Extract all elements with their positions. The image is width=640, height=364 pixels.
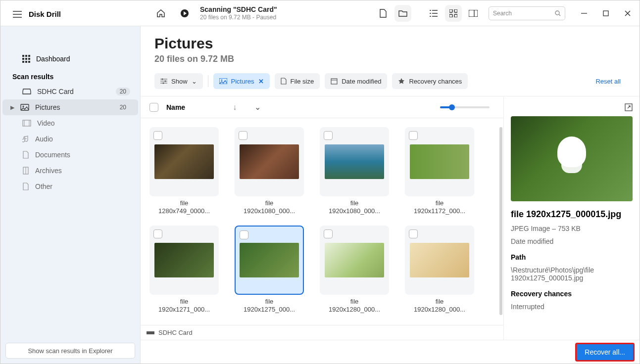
svg-rect-11 bbox=[22, 55, 24, 57]
svg-rect-5 bbox=[469, 10, 478, 17]
thumb-card[interactable]: file1920x1280_000... bbox=[320, 226, 389, 314]
sidebar-item-label: Pictures bbox=[35, 103, 60, 111]
chevron-down-icon[interactable]: ⌄ bbox=[254, 102, 261, 112]
thumb-checkbox[interactable] bbox=[324, 229, 333, 238]
sidebar-item-pictures[interactable]: ▶ Pictures 20 bbox=[2, 99, 138, 115]
thumb-card[interactable]: file1920x1280_000... bbox=[405, 226, 474, 314]
thumb-label: file1920x1080_000... bbox=[244, 199, 295, 216]
thumb-label: file1920x1280_000... bbox=[329, 298, 380, 314]
thumb-checkbox[interactable] bbox=[409, 131, 418, 140]
thumb-box[interactable] bbox=[149, 127, 219, 196]
thumb-card[interactable]: file1920x1080_000... bbox=[320, 127, 389, 216]
scan-info: Scanning "SDHC Card" 20 files on 9.72 MB… bbox=[200, 5, 277, 21]
sidebar-item-label: Video bbox=[37, 119, 55, 127]
thumb-checkbox[interactable] bbox=[153, 131, 162, 140]
svg-rect-15 bbox=[25, 58, 27, 60]
list-view-icon[interactable] bbox=[425, 5, 442, 22]
panel-icon[interactable] bbox=[465, 5, 482, 22]
thumb-box[interactable] bbox=[405, 127, 474, 196]
thumb-box[interactable] bbox=[320, 127, 389, 196]
thumb-image bbox=[325, 243, 384, 277]
svg-rect-32 bbox=[331, 79, 337, 84]
thumb-card[interactable]: file1280x749_0000... bbox=[149, 127, 219, 216]
folder-icon[interactable] bbox=[394, 5, 411, 22]
show-filter[interactable]: Show ⌄ bbox=[154, 73, 203, 89]
sliders-icon bbox=[160, 78, 167, 84]
file-icon[interactable] bbox=[375, 5, 392, 22]
maximize-icon[interactable] bbox=[600, 7, 612, 19]
svg-rect-4 bbox=[454, 14, 457, 17]
sidebar-dashboard[interactable]: Dashboard bbox=[0, 51, 140, 67]
svg-point-29 bbox=[163, 83, 164, 84]
sidebar-item-sdhc[interactable]: SDHC Card 20 bbox=[2, 84, 138, 99]
select-all-checkbox[interactable] bbox=[149, 103, 158, 112]
chevron-down-icon: ⌄ bbox=[192, 78, 197, 85]
sidebar: Dashboard Scan results SDHC Card 20 ▶ Pi… bbox=[0, 26, 141, 364]
svg-rect-18 bbox=[25, 61, 27, 63]
preview-path-value: \Restructuré\Photos\jpg\file 1920x1275_0… bbox=[511, 266, 633, 282]
popout-icon[interactable] bbox=[625, 103, 633, 111]
thumb-card[interactable]: file1920x1080_000... bbox=[235, 127, 304, 216]
recover-all-button[interactable]: Recover all... bbox=[575, 343, 635, 362]
thumb-image bbox=[240, 144, 299, 179]
column-name[interactable]: Name bbox=[166, 103, 185, 111]
thumb-card[interactable]: file1920x1275_000... bbox=[235, 226, 304, 314]
play-icon[interactable] bbox=[176, 5, 193, 22]
pictures-filter[interactable]: Pictures ✕ bbox=[213, 73, 270, 89]
grid-view-icon[interactable] bbox=[445, 5, 462, 22]
drive-icon bbox=[22, 88, 31, 95]
thumb-box[interactable] bbox=[235, 127, 304, 196]
date-filter[interactable]: Date modified bbox=[325, 73, 387, 89]
thumb-box[interactable] bbox=[405, 226, 474, 295]
sidebar-badge: 20 bbox=[116, 103, 130, 111]
thumb-box[interactable] bbox=[235, 226, 304, 295]
thumb-checkbox[interactable] bbox=[324, 131, 333, 140]
thumb-checkbox[interactable] bbox=[239, 131, 247, 140]
home-icon[interactable] bbox=[152, 5, 169, 22]
thumb-label: file1920x1271_000... bbox=[158, 298, 210, 314]
filesize-filter[interactable]: File size bbox=[275, 73, 320, 89]
svg-rect-17 bbox=[22, 61, 24, 63]
thumb-image bbox=[325, 144, 384, 179]
minimize-icon[interactable] bbox=[578, 7, 590, 19]
app-name: Disk Drill bbox=[29, 10, 61, 18]
svg-rect-12 bbox=[25, 55, 27, 57]
calendar-icon bbox=[331, 78, 338, 85]
remove-filter-icon[interactable]: ✕ bbox=[258, 78, 264, 85]
preview-image bbox=[511, 116, 633, 201]
zoom-slider[interactable] bbox=[440, 106, 490, 108]
thumb-checkbox[interactable] bbox=[409, 229, 418, 238]
chip-label: Show bbox=[171, 78, 188, 85]
sidebar-item-audio[interactable]: Audio bbox=[2, 131, 138, 147]
sidebar-item-other[interactable]: Other bbox=[2, 179, 138, 194]
thumb-box[interactable] bbox=[320, 226, 389, 295]
sidebar-item-archives[interactable]: Archives bbox=[2, 163, 138, 179]
sidebar-item-video[interactable]: Video bbox=[2, 115, 138, 131]
picture-icon bbox=[219, 78, 227, 84]
thumb-checkbox[interactable] bbox=[240, 230, 248, 239]
svg-rect-1 bbox=[449, 9, 452, 12]
sort-arrow-icon[interactable]: ↓ bbox=[233, 103, 237, 112]
search-input[interactable]: Search bbox=[489, 6, 565, 20]
sidebar-item-documents[interactable]: Documents bbox=[2, 147, 138, 163]
scan-subtitle: 20 files on 9.72 MB - Paused bbox=[200, 14, 277, 21]
audio-icon bbox=[22, 135, 29, 143]
thumb-card[interactable]: file1920x1271_000... bbox=[149, 226, 219, 314]
preview-meta: JPEG Image – 753 KB bbox=[511, 225, 633, 232]
scrollbar[interactable] bbox=[499, 127, 502, 315]
page-title: Pictures bbox=[154, 35, 626, 52]
chip-label: File size bbox=[291, 78, 314, 85]
close-icon[interactable] bbox=[622, 7, 634, 19]
sidebar-item-label: SDHC Card bbox=[37, 88, 74, 95]
hamburger-icon[interactable] bbox=[13, 11, 22, 18]
thumb-card[interactable]: file1920x1172_000... bbox=[405, 127, 474, 216]
thumb-box[interactable] bbox=[149, 226, 219, 295]
chip-label: Pictures bbox=[231, 78, 254, 85]
show-in-explorer-button[interactable]: Show scan results in Explorer bbox=[5, 343, 135, 359]
filter-bar: Show ⌄ Pictures ✕ File size Date modifie… bbox=[141, 70, 640, 96]
reset-all-link[interactable]: Reset all bbox=[595, 78, 626, 85]
thumb-label: file1280x749_0000... bbox=[158, 199, 210, 216]
svg-rect-16 bbox=[28, 58, 30, 60]
recovery-filter[interactable]: Recovery chances bbox=[392, 73, 468, 89]
thumb-checkbox[interactable] bbox=[153, 229, 162, 238]
